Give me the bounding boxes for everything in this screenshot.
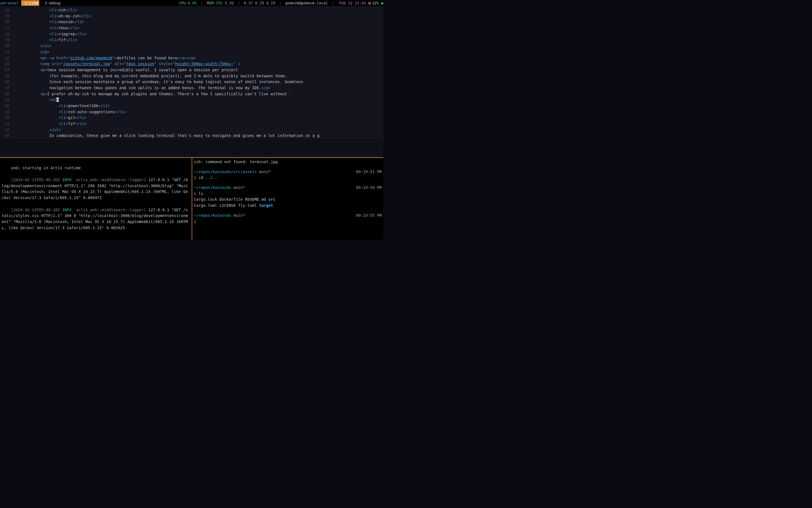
code-area[interactable]: 14 <li>zsh</li>15 <li>oh-my-zsh</li>16 <… [0,6,383,139]
code-line[interactable]: 14 <li>zsh</li> [0,7,383,13]
battery-icon [368,2,371,5]
log-level-info: INFO [62,177,72,182]
code-line[interactable]: 25 (for example, this blog and my curren… [0,73,383,79]
prompt-branch: main* [231,185,245,190]
prompt-path: ~/repos/kainosdx/src/assets [194,170,257,174]
editor-pane[interactable]: 14 <li>zsh</li>15 <li>oh-my-zsh</li>16 <… [0,6,383,157]
code-line[interactable]: 19 <li>fzf</li> [0,37,383,43]
code-content[interactable]: In combination, these give me a slick lo… [12,133,383,139]
log-timestamp: [2024-02-13T05:40:20Z [11,177,62,182]
line-number: 33 [0,121,12,127]
code-line[interactable]: 26 Since each session maintains a group … [0,79,383,85]
prompt-caret-icon: ❯ [194,175,196,180]
ls-dir: src [269,197,275,202]
code-content[interactable]: </ul> [12,127,383,133]
code-line[interactable]: 16 <li>neovim</li> [0,19,383,25]
shell-error: zsh: command not found: terminal.jpg [194,159,382,165]
line-number: 23 [0,61,12,67]
code-line[interactable]: 22 <p> <a href="github.com/mgomez0">dotf… [0,55,383,61]
line-number: 34 [0,127,12,133]
code-content[interactable]: <li>oh-my-zsh</li> [12,13,383,19]
code-content[interactable]: <li>zsh</li> [12,7,383,13]
line-number: 22 [0,55,12,61]
line-number: 20 [0,43,12,49]
log-module: actix_web::middleware::logger] [72,208,146,212]
shell-command: ls [199,191,203,196]
code-content[interactable]: <li>fzf</li> [12,37,383,43]
battery: 32% ● [367,0,383,6]
window-active[interactable]: 1:zsh# [21,0,39,6]
user-host: gomezm@gomezm.local [285,0,328,6]
code-line[interactable]: 29 <ul> [0,97,383,103]
line-number: 29 [0,97,12,103]
code-line[interactable]: 20 </ul> [0,43,383,49]
log-timestamp: [2024-02-13T05:40:20Z [11,208,62,212]
code-content[interactable]: <li>fzf</li> [12,121,383,127]
ls-output-line: Cargo.toml LICENSE fly.toml target [194,203,382,209]
prompt-path: ~/repos/kainosdx [194,213,231,218]
code-content[interactable]: <p>tmux session management is incredibly… [12,67,383,73]
code-content[interactable]: Since each session maintains a group of … [12,79,383,85]
code-line[interactable]: 32 <li>git</li> [0,115,383,121]
code-content[interactable]: <li>ripgrep</li> [12,31,383,37]
code-content[interactable]: <li>git</li> [12,115,383,121]
code-content[interactable]: <img src="/assets/terminal.jpg" alt="tmu… [12,61,383,67]
line-number: 15 [0,13,12,19]
editor-blank-area [0,139,383,156]
code-content[interactable]: <p> <a href="github.com/mgomez0">dotfile… [12,55,383,61]
load-avg: 0.37 0.29 0.29 [244,0,275,6]
code-line[interactable]: 23 <img src="/assets/terminal.jpg" alt="… [0,61,383,67]
code-line[interactable]: 27 navigation between tmux panes and vim… [0,85,383,91]
code-content[interactable]: <li>powerlevel10k</li> [12,103,383,109]
code-line[interactable]: 35 In combination, these give me a slick… [0,133,383,139]
code-line[interactable]: 21 </p> [0,49,383,55]
date-time: Feb 12 21:41 [338,0,367,6]
shell-command: cd ../.. [199,175,217,180]
code-line[interactable]: 34 </ul> [0,127,383,133]
session-name[interactable]: personal- [0,0,21,6]
prompt-branch: main* [257,170,271,174]
tmux-status-bar: personal- 1:zsh# 2:debug CPU: 0.0% | MEM… [0,0,383,6]
line-number: 17 [0,25,12,31]
mem-abs: 5.3G [222,0,234,6]
code-content[interactable]: <p>I prefer oh-my-zsh to manage my zsh p… [12,91,383,97]
mem-label: MEM: [207,0,216,6]
code-line[interactable]: 17 <li>tmux</li> [0,25,383,31]
code-content[interactable]: </ul> [12,43,383,49]
code-line[interactable]: 28 <p>I prefer oh-my-zsh to manage my zs… [0,91,383,97]
code-line[interactable]: 18 <li>ripgrep</li> [0,31,383,37]
prompt-branch: main* [231,213,245,218]
code-content[interactable]: <li>tmux</li> [12,25,383,31]
separator: | [197,0,207,6]
code-content[interactable]: <li>zsh-auto-suggestions</li> [12,109,383,115]
code-line[interactable]: 30 <li>powerlevel10k</li> [0,103,383,109]
line-number: 30 [0,103,12,109]
log-pane[interactable]: und; starting in Actix runtime [2024-02-… [0,158,192,240]
separator: | [275,0,285,6]
line-number: 32 [0,115,12,121]
code-line[interactable]: 15 <li>oh-my-zsh</li> [0,13,383,19]
shell-pane[interactable]: zsh: command not found: terminal.jpg ~/r… [192,158,383,240]
prompt-time: 09:19:54 PM [356,185,382,191]
code-line[interactable]: 31 <li>zsh-auto-suggestions</li> [0,109,383,115]
code-content[interactable]: </p> [12,49,383,55]
status-left: personal- 1:zsh# 2:debug [0,0,62,6]
prompt-time: 09:19:55 PM [356,213,382,219]
separator: | [234,0,244,6]
code-content[interactable]: <li>neovim</li> [12,19,383,25]
log-level-info: INFO [62,208,72,212]
prompt-path: ~/repos/kainosdx [194,185,231,190]
log-module: actix_web::middleware::logger] [72,177,146,182]
window-inactive[interactable]: 2:debug [39,0,62,6]
ls-output-line: Cargo.lock Dockerfile README.md src [194,197,382,203]
line-number: 14 [0,7,12,13]
ls-dir: target [259,203,273,208]
code-content[interactable]: (for example, this blog and my current e… [12,73,383,79]
code-line[interactable]: 24 <p>tmux session management is incredi… [0,67,383,73]
code-content[interactable]: <ul> [12,97,383,103]
code-line[interactable]: 33 <li>fzf</li> [0,121,383,127]
cpu-value: 0.0% [188,0,197,6]
line-number: 18 [0,31,12,37]
mem-percent: 35% [216,0,222,6]
code-content[interactable]: navigation between tmux panes and vim sp… [12,85,383,91]
